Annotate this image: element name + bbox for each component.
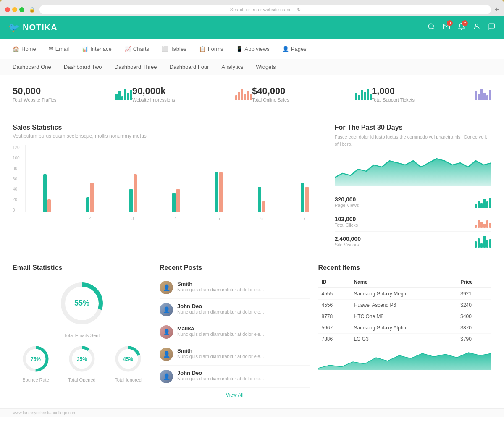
logo-text: NOTIKA xyxy=(23,23,58,32)
recent-posts-title: Recent Posts xyxy=(160,264,310,272)
nav-interface-label: Interface xyxy=(90,46,112,52)
avatar-3: 👤 xyxy=(160,325,173,339)
main-header: 🐦 NOTIKA 3 2 xyxy=(0,16,504,39)
footer-url: www.fantasyschristiancollege.com xyxy=(13,410,76,415)
nav-charts-label: Charts xyxy=(133,46,149,52)
site-visitors-row: 2,400,000 Site Visitors xyxy=(335,232,491,251)
traffic-light-green[interactable] xyxy=(19,7,24,12)
refresh-icon[interactable]: ↻ xyxy=(297,7,301,13)
stat-support-value: 1,000 xyxy=(372,86,415,97)
new-tab-button[interactable]: + xyxy=(494,5,499,14)
total-opened-donut: 35% Total Opened xyxy=(67,344,97,382)
main-donut-label: Total Emails Sent xyxy=(13,333,151,338)
post-excerpt-5: Nunc quis diam diamurabitur at dolor ele… xyxy=(177,376,264,381)
nav-tables[interactable]: ⬜ Tables xyxy=(162,40,186,58)
bar-group-6 xyxy=(258,187,265,212)
total-clicks-row: 103,000 Total Clicks xyxy=(335,212,491,232)
view-all-button[interactable]: View All xyxy=(160,388,310,398)
svg-text:45%: 45% xyxy=(123,356,133,362)
bar-group-4 xyxy=(172,189,180,212)
col-price: Price xyxy=(457,277,491,288)
main-donut: 55% xyxy=(13,278,151,329)
total-clicks-label: Total Clicks xyxy=(335,222,358,227)
stat-support: 1,000 Total Support Tickets xyxy=(372,86,491,102)
row5-id: 7886 xyxy=(318,334,351,345)
stat-sales: $40,000 Total Online Sales xyxy=(252,86,372,102)
traffic-light-yellow[interactable] xyxy=(12,7,17,12)
nav-email-label: Email xyxy=(55,46,69,52)
avatar-1: 👤 xyxy=(160,281,173,294)
charts-icon: 📈 xyxy=(124,46,131,52)
nav-dashboard-one[interactable]: Dashboard One xyxy=(13,60,51,73)
recent-items-table: ID Name Price 4555 Samsung Galaxy Mega $… xyxy=(318,277,492,345)
post-item-3: 👤 Malika Nunc quis diam diamurabitur at … xyxy=(160,321,310,343)
email-icon[interactable]: 3 xyxy=(443,23,450,32)
nav-dashboard-four[interactable]: Dashboard Four xyxy=(170,60,209,73)
svg-line-1 xyxy=(433,28,434,29)
bar-green-1 xyxy=(43,174,47,212)
stat-impressions-label: Website Impressions xyxy=(132,97,175,102)
stat-sales-chart xyxy=(355,88,372,100)
nav-forms-label: Forms xyxy=(208,46,223,52)
stat-impressions-value: 90,000k xyxy=(132,86,175,97)
row2-id: 4556 xyxy=(318,300,351,311)
site-visitors-label: Site Visitors xyxy=(335,242,361,247)
search-icon[interactable] xyxy=(428,23,435,32)
mini-donuts-row: 75% Bounce Rate 35% Total Opened xyxy=(13,344,151,382)
sales-stats-title: Sales Statistics xyxy=(13,124,326,131)
nav-home[interactable]: 🏠 Home xyxy=(13,40,36,58)
nav-analytics[interactable]: Analytics xyxy=(222,60,244,73)
table-row: 5667 Samsung Galaxy Alpha $870 xyxy=(318,322,492,334)
stats-row: 50,000 Total Website Traffics xyxy=(13,86,491,111)
y-axis: 0 20 40 60 80 100 120 xyxy=(13,145,23,212)
nav-interface[interactable]: 📊 Interface xyxy=(81,40,112,58)
post-item-4: 👤 Smith Nunc quis diam diamurabitur at d… xyxy=(160,343,310,366)
nav-pages-label: Pages xyxy=(291,46,307,52)
nav-app-views-label: App views xyxy=(245,46,270,52)
traffic-light-red[interactable] xyxy=(5,7,10,12)
nav-dashboard-two[interactable]: Dashboard Two xyxy=(64,60,102,73)
bell-icon[interactable]: 2 xyxy=(458,23,465,32)
chat-icon[interactable] xyxy=(488,23,496,32)
address-bar[interactable]: Search or enter website name ↻ xyxy=(39,5,491,14)
bar-green-6 xyxy=(258,187,261,212)
stat-website-traffic: 50,000 Total Website Traffics xyxy=(13,86,132,102)
avatar-5: 👤 xyxy=(160,370,173,383)
bar-orange-6 xyxy=(262,201,265,212)
charts-section: Sales Statistics Vestibulum purus quam s… xyxy=(13,124,491,251)
total-ignored-donut: 45% Total Ignored xyxy=(113,344,143,382)
past-30-days-panel: For The Past 30 Days Fusce eget dolor id… xyxy=(335,124,491,251)
avatar-2: 👤 xyxy=(160,303,173,316)
post-item-2: 👤 John Deo Nunc quis diam diamurabitur a… xyxy=(160,299,310,321)
stat-sales-value: $40,000 xyxy=(252,86,289,97)
footer: www.fantasyschristiancollege.com xyxy=(0,408,504,417)
row4-id: 5667 xyxy=(318,322,351,334)
user-icon[interactable] xyxy=(473,23,480,32)
past30-title: For The Past 30 Days xyxy=(335,124,491,131)
stat-traffic-value: 50,000 xyxy=(13,86,56,97)
bounce-rate-label: Bounce Rate xyxy=(21,377,50,382)
bar-green-2 xyxy=(86,197,89,212)
stat-support-chart xyxy=(475,88,491,100)
interface-icon: 📊 xyxy=(81,46,88,52)
nav-dashboard-three[interactable]: Dashboard Three xyxy=(115,60,157,73)
sales-bar-chart: 0 20 40 60 80 100 120 xyxy=(13,145,326,221)
table-row: 8778 HTC One M8 $400 xyxy=(318,311,492,322)
stat-support-label: Total Support Tickets xyxy=(372,97,415,102)
nav-widgets[interactable]: Widgets xyxy=(256,60,276,73)
row5-price: $790 xyxy=(457,334,491,345)
post-name-2: John Deo xyxy=(177,303,264,309)
nav-pages[interactable]: 👤 Pages xyxy=(282,40,307,58)
bottom-section: Email Statistics 55% Total Emails Sent xyxy=(13,264,491,398)
post-name-3: Malika xyxy=(177,325,264,332)
header-icons: 3 2 xyxy=(428,23,496,32)
nav-app-views[interactable]: 📱 App views xyxy=(236,40,270,58)
nav-forms[interactable]: 📋 Forms xyxy=(199,40,223,58)
lock-icon: 🔒 xyxy=(28,7,36,13)
bar-green-4 xyxy=(172,193,176,212)
nav-email[interactable]: ✉ Email xyxy=(49,40,69,58)
logo[interactable]: 🐦 NOTIKA xyxy=(8,22,58,33)
nav-charts[interactable]: 📈 Charts xyxy=(124,40,149,58)
post-excerpt-2: Nunc quis diam diamurabitur at dolor ele… xyxy=(177,309,264,314)
bar-green-7 xyxy=(301,183,304,212)
